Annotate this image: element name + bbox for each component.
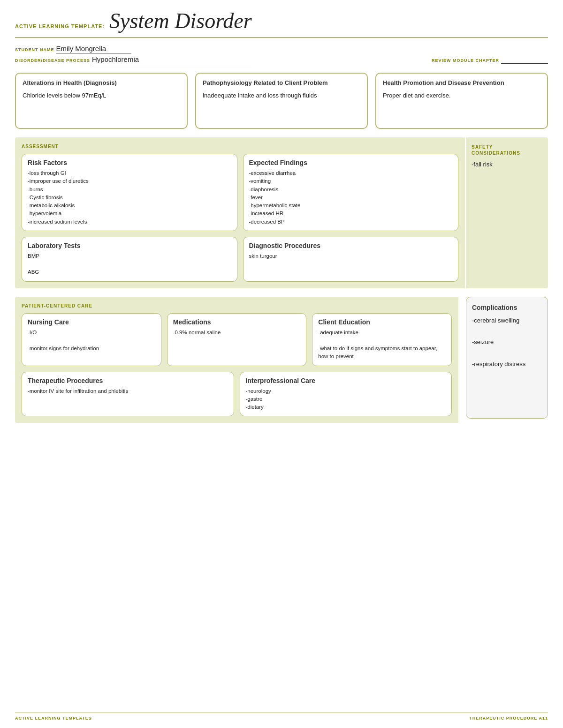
pathophysiology-title: Pathophysiology Related to Client Proble… xyxy=(203,79,360,87)
interprofessional-care-title: Interprofessional Care xyxy=(246,377,446,384)
safety-content: -fall risk xyxy=(472,160,542,170)
review-field: REVIEW MODULE CHAPTER xyxy=(432,56,548,64)
complications-content: -cerebral swelling-seizure-respiratory d… xyxy=(472,315,542,370)
expected-findings-content: -excessive diarrhea-vomiting-diaphoresis… xyxy=(249,169,453,226)
assessment-grid: Risk Factors -loss through GI-improper u… xyxy=(22,154,458,282)
student-name-value: Emily Mongrella xyxy=(56,45,131,53)
pcc-section: PATIENT-CENTERED CARE Nursing Care -I/O-… xyxy=(15,297,548,423)
disorder-field: DISORDER/DISEASE PROCESS Hypochloremia xyxy=(15,55,251,64)
review-value xyxy=(501,56,548,64)
footer: ACTIVE LEARNING TEMPLATES THERAPEUTIC PR… xyxy=(15,713,548,720)
header: ACTIVE LEARNING TEMPLATE: System Disorde… xyxy=(15,8,548,38)
student-name-label: STUDENT NAME xyxy=(15,47,54,52)
review-label: REVIEW MODULE CHAPTER xyxy=(432,58,499,63)
top-box-health-promotion: Health Promotion and Disease Prevention … xyxy=(375,73,548,129)
therapeutic-procedures-content: -monitor IV site for infiltration and ph… xyxy=(28,387,228,395)
client-education-title: Client Education xyxy=(318,318,446,326)
top-box-diagnosis: Alterations in Health (Diagnosis) Chlori… xyxy=(15,73,188,129)
health-promotion-title: Health Promotion and Disease Prevention xyxy=(383,79,540,87)
pcc-main: PATIENT-CENTERED CARE Nursing Care -I/O-… xyxy=(15,297,458,423)
lab-tests-content: BMPABG xyxy=(28,252,231,277)
nursing-care-title: Nursing Care xyxy=(28,318,155,326)
complications-title: Complications xyxy=(472,304,542,311)
pcc-bottom-grid: Therapeutic Procedures -monitor IV site … xyxy=(22,372,452,417)
expected-findings-box: Expected Findings -excessive diarrhea-vo… xyxy=(243,154,459,231)
disorder-label: DISORDER/DISEASE PROCESS xyxy=(15,58,90,63)
safety-title: SAFETYCONSIDERATIONS xyxy=(472,144,542,156)
interprofessional-care-content: -neurology-gastro-dietary xyxy=(246,387,446,412)
health-promotion-content: Proper diet and exercise. xyxy=(383,91,540,100)
complications-panel: Complications -cerebral swelling-seizure… xyxy=(466,297,548,419)
expected-findings-title: Expected Findings xyxy=(249,159,453,166)
lab-tests-title: Laboratory Tests xyxy=(28,242,231,249)
interprofessional-care-box: Interprofessional Care -neurology-gastro… xyxy=(240,372,452,417)
therapeutic-procedures-title: Therapeutic Procedures xyxy=(28,377,228,384)
header-title: System Disorder xyxy=(109,8,252,33)
nursing-care-box: Nursing Care -I/O-monitor signs for dehy… xyxy=(22,313,161,366)
medications-content: -0.9% normal saline xyxy=(173,329,301,337)
diagnostic-procedures-box: Diagnostic Procedures skin turgour xyxy=(243,237,459,282)
safety-panel: SAFETYCONSIDERATIONS -fall risk xyxy=(466,137,548,288)
lab-tests-box: Laboratory Tests BMPABG xyxy=(22,237,237,282)
medications-title: Medications xyxy=(173,318,301,326)
assessment-main: ASSESSMENT Risk Factors -loss through GI… xyxy=(15,137,465,288)
top-box-pathophysiology: Pathophysiology Related to Client Proble… xyxy=(195,73,368,129)
assessment-label: ASSESSMENT xyxy=(22,144,458,149)
assessment-section: ASSESSMENT Risk Factors -loss through GI… xyxy=(15,137,548,288)
student-name-field: STUDENT NAME Emily Mongrella xyxy=(15,45,131,53)
footer-right: THERAPEUTIC PROCEDURE A11 xyxy=(469,716,548,720)
diagnosis-content: Chloride levels below 97mEq/L xyxy=(23,91,180,100)
medications-box: Medications -0.9% normal saline xyxy=(167,313,307,366)
pcc-top-grid: Nursing Care -I/O-monitor signs for dehy… xyxy=(22,313,452,366)
diagnostic-procedures-content: skin turgour xyxy=(249,252,453,260)
diagnosis-title: Alterations in Health (Diagnosis) xyxy=(23,79,180,87)
risk-factors-content: -loss through GI-improper use of diureti… xyxy=(28,169,231,226)
top-boxes: Alterations in Health (Diagnosis) Chlori… xyxy=(15,73,548,129)
disorder-info-row: DISORDER/DISEASE PROCESS Hypochloremia R… xyxy=(15,55,548,64)
therapeutic-procedures-box: Therapeutic Procedures -monitor IV site … xyxy=(22,372,234,417)
diagnostic-procedures-title: Diagnostic Procedures xyxy=(249,242,453,249)
student-info-row: STUDENT NAME Emily Mongrella xyxy=(15,45,548,53)
risk-factors-box: Risk Factors -loss through GI-improper u… xyxy=(22,154,237,231)
header-label: ACTIVE LEARNING TEMPLATE: xyxy=(15,23,105,29)
footer-left: ACTIVE LEARNING TEMPLATES xyxy=(15,716,92,720)
client-education-content: -adequate intake-what to do if signs and… xyxy=(318,329,446,361)
page: ACTIVE LEARNING TEMPLATE: System Disorde… xyxy=(0,0,563,728)
disorder-value: Hypochloremia xyxy=(92,55,251,64)
nursing-care-content: -I/O-monitor signs for dehydration xyxy=(28,329,155,353)
risk-factors-title: Risk Factors xyxy=(28,159,231,166)
pcc-label: PATIENT-CENTERED CARE xyxy=(22,303,452,308)
client-education-box: Client Education -adequate intake-what t… xyxy=(312,313,452,366)
pathophysiology-content: inadeequate intake and loss through flui… xyxy=(203,91,360,100)
